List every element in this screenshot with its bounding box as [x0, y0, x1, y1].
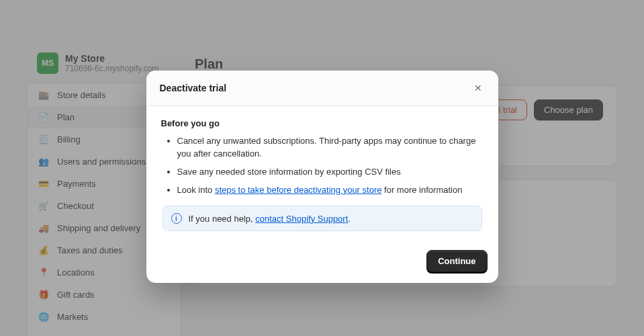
banner-text: If you need help, — [189, 214, 256, 224]
modal-bullet-list: Cancel any unwanted subscriptions. Third… — [161, 135, 484, 196]
close-icon[interactable]: ✕ — [471, 80, 485, 96]
modal-bullet: Look into steps to take before deactivat… — [177, 184, 484, 197]
deactivation-steps-link[interactable]: steps to take before deactivating your s… — [215, 185, 382, 195]
deactivate-trial-modal: Deactivate trial ✕ Before you go Cancel … — [146, 71, 498, 283]
help-banner: i If you need help, contact Shopify Supp… — [163, 206, 482, 231]
support-link[interactable]: contact Shopify Support — [255, 214, 348, 224]
modal-title: Deactivate trial — [160, 83, 227, 93]
modal-bullet: Cancel any unwanted subscriptions. Third… — [177, 135, 484, 161]
continue-button[interactable]: Continue — [426, 250, 487, 272]
info-icon: i — [171, 213, 182, 224]
modal-overlay[interactable]: Deactivate trial ✕ Before you go Cancel … — [0, 0, 644, 336]
modal-bullet: Save any needed store information by exp… — [177, 166, 484, 179]
modal-subtitle: Before you go — [161, 118, 484, 128]
